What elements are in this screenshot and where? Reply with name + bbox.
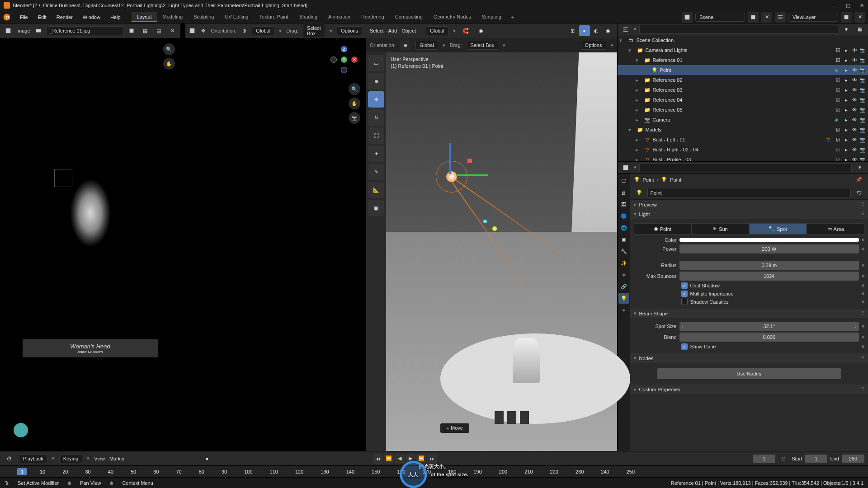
preview-range-icon[interactable]: ⏲: [778, 453, 789, 464]
tab-scene-icon[interactable]: 🔵: [618, 211, 629, 221]
vis-toggle[interactable]: 👁: [851, 126, 858, 133]
snap-icon[interactable]: 🧲: [460, 25, 471, 36]
exclude-toggle[interactable]: ☑: [835, 136, 842, 143]
cast-shadow-check[interactable]: ✓: [681, 282, 688, 289]
type-sun-button[interactable]: ☀ Sun: [691, 223, 749, 235]
multi-anim-icon[interactable]: [862, 292, 864, 295]
orientation-select[interactable]: Global: [252, 26, 274, 35]
bounces-anim-icon[interactable]: [862, 275, 864, 277]
vis-toggle[interactable]: 👁: [851, 47, 858, 54]
tool-transform-icon[interactable]: ✦: [368, 145, 384, 162]
blend-field[interactable]: 0.000: [679, 333, 859, 342]
editor-type-3d-icon[interactable]: [189, 25, 195, 36]
ren-toggle[interactable]: 📷: [859, 146, 866, 153]
vis-toggle[interactable]: 👁: [851, 96, 858, 103]
vis-toggle[interactable]: 👁: [851, 116, 858, 123]
options-dropdown[interactable]: Options: [337, 26, 362, 35]
keying-menu[interactable]: Keying: [59, 454, 83, 463]
sel-toggle[interactable]: ▸: [843, 86, 850, 94]
tab-material-icon[interactable]: ●: [618, 305, 629, 315]
power-field[interactable]: 200 W: [679, 244, 859, 253]
workspace-tab-texture-paint[interactable]: Texture Paint: [254, 12, 293, 22]
pan-icon[interactable]: ✋: [163, 58, 175, 70]
vis-toggle[interactable]: 👁: [851, 136, 858, 143]
ren-toggle[interactable]: 📷: [859, 116, 866, 123]
tree-label[interactable]: Reference 02: [653, 77, 833, 83]
sel-toggle[interactable]: ▸: [843, 126, 850, 133]
viewport-left-view[interactable]: Z X Y 🔍 ✋ 📷: [185, 38, 366, 451]
bc-data[interactable]: Point: [670, 177, 681, 183]
image-new-icon[interactable]: ▦: [140, 25, 151, 36]
minimize-button[interactable]: —: [832, 3, 837, 8]
tab-particle-icon[interactable]: ✨: [618, 258, 629, 268]
frame-end-field[interactable]: 250: [842, 455, 864, 463]
axis-neg-z-icon[interactable]: [341, 67, 347, 73]
beam-header[interactable]: ▾Beam Shape ⠿: [630, 309, 868, 318]
vis-toggle[interactable]: 👁: [851, 66, 858, 74]
tree-label[interactable]: Reference 04: [653, 97, 833, 103]
tree-row-camera-and-lights[interactable]: ▾📁Camera and Lights☑▸👁📷: [618, 45, 868, 55]
sel-toggle[interactable]: ▸: [843, 96, 850, 103]
drag-select[interactable]: Select Box: [303, 23, 325, 38]
datablock-name[interactable]: Point: [647, 188, 851, 198]
tool-scale-icon[interactable]: ⛶: [368, 127, 384, 144]
tree-scene-collection[interactable]: ▾🗀Scene Collection: [618, 35, 868, 45]
ren-toggle[interactable]: 📷: [859, 126, 866, 133]
ren-toggle[interactable]: 📷: [859, 86, 866, 94]
scene-delete-icon[interactable]: ✕: [761, 12, 772, 23]
autokey-icon[interactable]: ●: [202, 453, 212, 464]
vis-toggle[interactable]: 👁: [851, 146, 858, 153]
playback-menu[interactable]: Playback: [19, 454, 47, 463]
tree-row-reference-01[interactable]: ▾📁Reference 01☑▸👁📷: [618, 55, 868, 65]
tree-label[interactable]: Bust - Right - 02 - 04: [653, 147, 833, 152]
zoom-icon[interactable]: 🔍: [163, 43, 175, 55]
menu-object[interactable]: Object: [401, 28, 416, 33]
workspace-add[interactable]: +: [508, 13, 518, 22]
workspace-tab-uv-editing[interactable]: UV Editing: [219, 12, 254, 22]
type-spot-button[interactable]: 🔦 Spot: [749, 223, 807, 235]
workspace-tab-modeling[interactable]: Modeling: [157, 12, 189, 22]
playhead[interactable]: 1: [17, 468, 27, 475]
tool-select-icon[interactable]: ▭: [368, 55, 384, 71]
tab-output-icon[interactable]: 🖨: [618, 187, 629, 198]
outliner[interactable]: ▾🗀Scene Collection▾📁Camera and Lights☑▸👁…: [618, 35, 868, 162]
sel-toggle[interactable]: ▸: [843, 47, 850, 54]
frame-current-field[interactable]: 1: [753, 455, 775, 463]
options-dropdown-2[interactable]: Options: [581, 41, 606, 50]
workspace-tab-rendering[interactable]: Rendering: [356, 12, 390, 22]
tree-expand-icon[interactable]: ▸: [636, 137, 642, 143]
tab-world-icon[interactable]: 🌐: [618, 222, 629, 233]
gizmo-xy-plane-icon[interactable]: [467, 159, 472, 163]
menu-add[interactable]: Add: [388, 28, 397, 33]
jump-start-button[interactable]: ⏮: [373, 454, 383, 464]
properties-search[interactable]: [639, 163, 852, 172]
exclude-toggle[interactable]: ☑: [835, 76, 842, 84]
datablock-browse-icon[interactable]: 💡: [634, 188, 645, 198]
orientation-icon-2[interactable]: ⊕: [400, 40, 411, 51]
viewlayer-delete-icon[interactable]: ✕: [854, 12, 865, 23]
tree-label[interactable]: Camera: [653, 117, 833, 122]
tree-label[interactable]: Reference 01: [653, 57, 833, 63]
pan-nav-icon[interactable]: ✋: [349, 98, 360, 109]
tree-label[interactable]: Models: [646, 127, 833, 132]
maximize-button[interactable]: ▢: [845, 3, 851, 8]
tree-row-reference-04[interactable]: ▸📁Reference 04☑▸👁📷: [618, 95, 868, 105]
image-unlink-icon[interactable]: ✕: [167, 25, 178, 36]
workspace-tab-compositing[interactable]: Compositing: [390, 12, 428, 22]
tree-expand-icon[interactable]: ▾: [628, 47, 635, 53]
proportional-icon[interactable]: ◉: [476, 25, 486, 36]
tree-label[interactable]: Point: [660, 67, 833, 73]
tool-rotate-icon[interactable]: ↻: [368, 109, 384, 126]
properties-options-icon[interactable]: ▾: [854, 162, 865, 173]
orientation-select-2[interactable]: Global: [415, 41, 438, 50]
tree-label[interactable]: Reference 03: [653, 87, 833, 93]
gizmo-z-arrow-icon[interactable]: [449, 143, 451, 174]
tool-addcube-icon[interactable]: ▣: [368, 200, 384, 216]
caustics-anim-icon[interactable]: [862, 300, 864, 303]
axis-y-icon[interactable]: Y: [341, 56, 347, 63]
tree-expand-icon[interactable]: ▸: [636, 97, 642, 103]
sel-toggle[interactable]: ▸: [843, 136, 850, 143]
workspace-tab-animation[interactable]: Animation: [323, 12, 356, 22]
color-anim-icon[interactable]: [862, 239, 864, 241]
exclude-toggle[interactable]: ☑: [835, 126, 842, 133]
